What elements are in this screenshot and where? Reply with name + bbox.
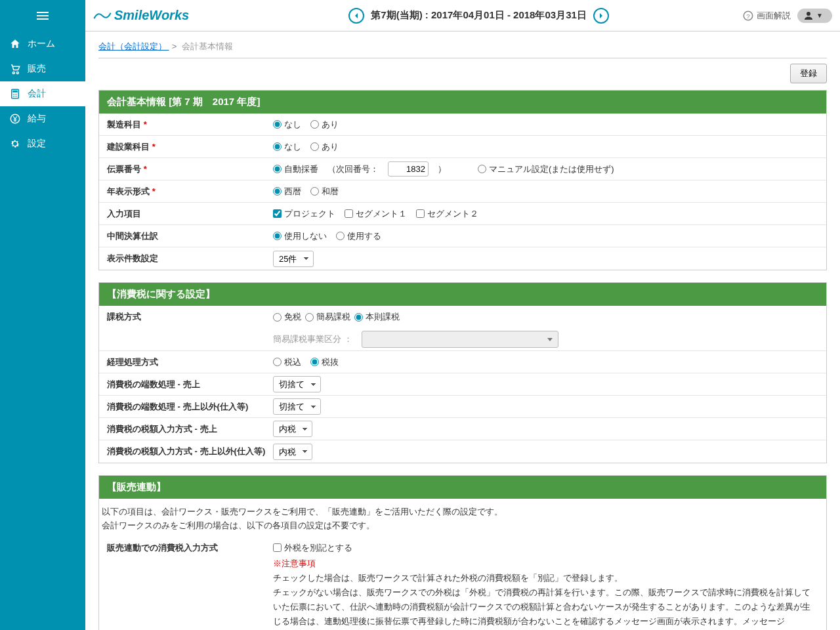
radio-seizo-nashi[interactable]: なし xyxy=(273,119,301,131)
panel-sales-link: 【販売連動】 以下の項目は、会計ワークス・販売ワークスをご利用で、「販売連動」を… xyxy=(98,475,827,630)
brand-name: SmileWorks xyxy=(114,8,189,23)
gear-icon xyxy=(9,138,21,150)
sidebar-item-settings[interactable]: 設定 xyxy=(0,131,85,156)
label-zeigaku-other: 消費税の税額入力方式 - 売上以外(仕入等) xyxy=(99,446,273,457)
note-title: ※注意事項 xyxy=(273,556,818,571)
label-kensu: 表示件数設定 xyxy=(99,253,273,264)
sidebar-item-home[interactable]: ホーム xyxy=(0,32,85,56)
svg-rect-1 xyxy=(12,91,18,93)
help-icon: ? xyxy=(742,10,754,22)
panel-header: 会計基本情報 [第 7 期 2017 年度] xyxy=(99,91,826,114)
chevron-left-icon xyxy=(353,12,360,19)
sidebar-item-sales[interactable]: 販売 xyxy=(0,56,85,81)
label-kazei: 課税方式 xyxy=(99,311,273,323)
note-body: チェックした場合は、販売ワークスで計算された外税の消費税額を「別記」で登録します… xyxy=(273,571,818,629)
check-project[interactable]: プロジェクト xyxy=(273,208,335,220)
period-text: 第7期(当期) : 2017年04月01日 - 2018年03月31日 xyxy=(371,9,586,22)
yen-icon xyxy=(9,113,21,125)
label-zeigaku-uriage: 消費税の税額入力方式 - 売上 xyxy=(99,423,273,435)
next-num-post: ） xyxy=(438,163,446,175)
cart-icon xyxy=(9,63,21,75)
svg-point-5 xyxy=(13,96,14,97)
chevron-right-icon xyxy=(598,12,604,19)
label-seizo: 製造科目 xyxy=(107,119,141,129)
radio-keiri-zeikomi[interactable]: 税込 xyxy=(273,356,301,368)
radio-kazei-honsoku[interactable]: 本則課税 xyxy=(354,311,400,323)
radio-chukan-no[interactable]: 使用しない xyxy=(273,230,327,242)
help-label: 画面解説 xyxy=(757,10,791,22)
hamburger-menu[interactable] xyxy=(0,0,85,32)
breadcrumb-current: 会計基本情報 xyxy=(182,41,233,51)
sidebar-item-label: ホーム xyxy=(28,38,55,50)
select-zeigaku-other[interactable]: 内税 xyxy=(273,444,312,460)
svg-point-7 xyxy=(16,96,18,97)
sidebar: ホーム 販売 会計 給与 設定 xyxy=(0,0,85,630)
help-link[interactable]: ? 画面解説 xyxy=(742,10,791,22)
svg-point-4 xyxy=(16,94,18,95)
svg-point-6 xyxy=(14,96,16,97)
period-next[interactable] xyxy=(593,8,609,24)
sidebar-item-accounting[interactable]: 会計 xyxy=(0,81,85,106)
panel-header: 【消費税に関する設定】 xyxy=(99,283,826,306)
desc-line2: 会計ワークスのみをご利用の場合は、以下の各項目の設定は不要です。 xyxy=(102,519,824,533)
label-chukan: 中間決算仕訳 xyxy=(99,230,273,242)
check-segment2[interactable]: セグメント２ xyxy=(416,208,478,220)
home-icon xyxy=(9,38,21,50)
radio-denpyo-manual[interactable]: マニュアル設定(または使用せず) xyxy=(478,163,614,175)
period-nav: 第7期(当期) : 2017年04月01日 - 2018年03月31日 xyxy=(215,8,742,24)
radio-kazei-kani[interactable]: 簡易課税 xyxy=(305,311,350,323)
radio-chukan-yes[interactable]: 使用する xyxy=(336,230,381,242)
label-denpyo: 伝票番号 xyxy=(107,164,141,174)
breadcrumb-sep: > xyxy=(172,41,177,51)
select-hasu-uriage[interactable]: 切捨て xyxy=(273,376,321,392)
calculator-icon xyxy=(9,88,21,100)
breadcrumb-link[interactable]: 会計（会計設定） xyxy=(98,41,169,51)
sidebar-item-label: 販売 xyxy=(28,63,46,75)
panel-header: 【販売連動】 xyxy=(99,476,826,499)
select-hasu-other[interactable]: 切捨て xyxy=(273,398,321,415)
panel-tax: 【消費税に関する設定】 課税方式 免税 簡易課税 本則課税 簡易課税事業区分 xyxy=(98,282,827,463)
desc-line1: 以下の項目は、会計ワークス・販売ワークスをご利用で、「販売連動」をご活用いただく… xyxy=(102,505,824,519)
menu-icon xyxy=(35,8,51,24)
select-kani-disabled xyxy=(362,331,558,348)
svg-text:?: ? xyxy=(746,12,750,19)
label-input: 入力項目 xyxy=(99,208,273,220)
user-icon xyxy=(803,10,814,22)
radio-kensetsu-nashi[interactable]: なし xyxy=(273,141,301,153)
radio-year-wareki[interactable]: 和暦 xyxy=(310,186,339,198)
topbar: SmileWorks 第7期(当期) : 2017年04月01日 - 2018年… xyxy=(85,0,840,32)
select-zeigaku-uriage[interactable]: 内税 xyxy=(273,421,312,437)
label-year: 年表示形式 xyxy=(107,186,150,196)
radio-year-seireki[interactable]: 西暦 xyxy=(273,186,301,198)
radio-kazei-menzei[interactable]: 免税 xyxy=(273,311,301,323)
panel-basic-info: 会計基本情報 [第 7 期 2017 年度] 製造科目 * なし あり 建設業科… xyxy=(98,90,827,270)
sidebar-item-label: 会計 xyxy=(28,88,46,100)
period-prev[interactable] xyxy=(348,8,364,24)
label-kensetsu: 建設業科目 xyxy=(107,142,150,152)
next-number-input[interactable] xyxy=(388,161,429,177)
sidebar-item-label: 設定 xyxy=(28,138,46,150)
label-sales-tax: 販売連動での消費税入力方式 xyxy=(99,542,273,554)
breadcrumb: 会計（会計設定） > 会計基本情報 xyxy=(98,38,827,58)
label-hasu-uriage: 消費税の端数処理 - 売上 xyxy=(99,379,273,390)
check-segment1[interactable]: セグメント１ xyxy=(345,208,407,220)
radio-kensetsu-ari[interactable]: あり xyxy=(310,141,339,153)
svg-point-11 xyxy=(807,12,810,16)
logo[interactable]: SmileWorks xyxy=(93,8,189,23)
svg-point-2 xyxy=(13,94,14,95)
select-kensu[interactable]: 25件 xyxy=(273,251,314,267)
check-gaizei-bekki[interactable]: 外税を別記とする xyxy=(273,542,818,554)
sidebar-item-label: 給与 xyxy=(28,113,46,125)
register-button[interactable]: 登録 xyxy=(790,64,827,83)
label-hasu-other: 消費税の端数処理 - 売上以外(仕入等) xyxy=(99,401,273,413)
sidebar-item-payroll[interactable]: 給与 xyxy=(0,106,85,131)
next-num-pre: （次回番号： xyxy=(327,163,379,175)
radio-keiri-zeinuki[interactable]: 税抜 xyxy=(310,356,339,368)
label-kani: 簡易課税事業区分 ： xyxy=(273,333,352,345)
radio-seizo-ari[interactable]: あり xyxy=(310,119,339,131)
svg-point-3 xyxy=(14,94,16,95)
content: 会計（会計設定） > 会計基本情報 登録 会計基本情報 [第 7 期 2017 … xyxy=(85,32,840,630)
logo-icon xyxy=(93,9,112,22)
user-menu[interactable]: ▼ xyxy=(797,9,832,23)
radio-denpyo-auto[interactable]: 自動採番 xyxy=(273,163,318,175)
